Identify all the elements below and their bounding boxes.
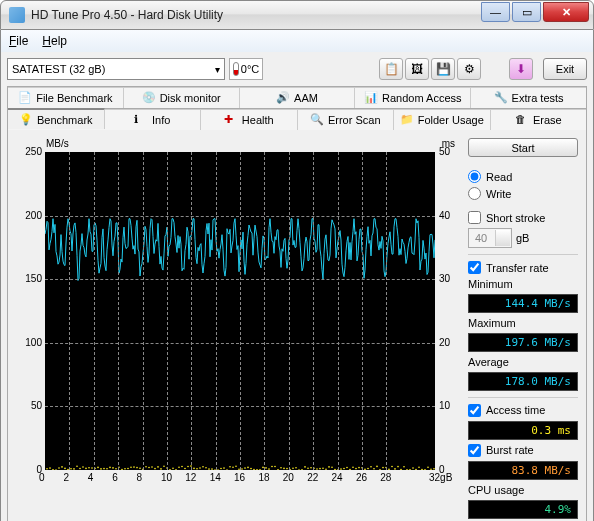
svg-point-98 [340,468,342,470]
side-panel: Start Read Write Short stroke 40 gB Tran… [468,138,578,519]
chart-plot-area [45,152,435,470]
drive-select[interactable]: SATATEST (32 gB) [7,58,225,80]
menu-help[interactable]: Help [42,34,67,48]
aam-icon: 🔊 [276,91,290,105]
minimize-button[interactable]: — [481,2,510,22]
extra-tests-icon: 🔧 [494,91,508,105]
svg-point-22 [112,467,114,469]
read-radio[interactable] [468,170,481,183]
svg-point-27 [127,468,129,470]
burst-rate-row[interactable]: Burst rate [468,444,578,457]
svg-point-68 [250,468,252,470]
write-radio[interactable] [468,187,481,200]
svg-point-3 [55,469,57,470]
svg-point-13 [85,468,87,470]
svg-point-5 [61,466,63,468]
svg-point-91 [319,468,321,470]
tab-file-benchmark[interactable]: 📄File Benchmark [8,87,124,108]
copy-screenshot-button[interactable]: 🖼 [405,58,429,80]
svg-point-83 [295,467,297,469]
tab-erase[interactable]: 🗑Erase [491,109,587,130]
menubar: File Help [0,30,594,52]
svg-point-88 [310,467,312,469]
menu-file[interactable]: File [9,34,28,48]
svg-point-128 [430,468,432,470]
tab-info[interactable]: ℹInfo [105,109,202,130]
svg-point-129 [433,468,435,470]
svg-point-104 [358,467,360,469]
svg-point-29 [133,466,135,468]
svg-point-96 [334,469,336,470]
short-stroke-label: Short stroke [486,212,545,224]
svg-point-63 [235,465,237,467]
svg-point-2 [52,469,54,470]
svg-point-58 [220,468,222,470]
tab-error-scan[interactable]: 🔍Error Scan [298,109,395,130]
svg-point-119 [403,466,405,468]
exit-button[interactable]: Exit [543,58,587,80]
tab-benchmark[interactable]: 💡Benchmark [8,108,105,129]
svg-point-87 [307,467,309,469]
transfer-rate-label: Transfer rate [486,262,549,274]
svg-point-114 [388,469,390,471]
options-button[interactable]: ⚙ [457,58,481,80]
svg-point-61 [229,466,231,468]
save-button[interactable]: 💾 [431,58,455,80]
svg-point-66 [244,467,246,469]
svg-point-8 [70,468,72,470]
svg-point-116 [394,468,396,470]
svg-point-39 [163,466,165,468]
burst-rate-checkbox[interactable] [468,444,481,457]
svg-point-107 [367,468,369,470]
svg-point-28 [130,466,132,468]
short-stroke-value[interactable]: 40 [468,228,512,248]
svg-point-103 [355,468,357,470]
read-radio-row[interactable]: Read [468,170,578,183]
svg-point-38 [160,468,162,470]
write-label: Write [486,188,511,200]
health-icon: ✚ [224,113,238,127]
svg-point-127 [427,466,429,468]
svg-point-54 [208,468,210,470]
access-time-value: 0.3 ms [468,421,578,440]
short-stroke-row[interactable]: Short stroke [468,211,578,224]
tab-random-access[interactable]: 📊Random Access [355,87,471,108]
svg-point-125 [421,469,423,470]
svg-point-102 [352,467,354,469]
tab-folder-usage[interactable]: 📁Folder Usage [394,109,491,130]
svg-point-41 [169,469,171,470]
svg-point-55 [211,468,213,470]
svg-point-6 [64,468,66,470]
app-icon [9,7,25,23]
tab-disk-monitor[interactable]: 💿Disk monitor [124,87,240,108]
tab-health[interactable]: ✚Health [201,109,298,130]
write-radio-row[interactable]: Write [468,187,578,200]
maximize-button[interactable]: ▭ [512,2,541,22]
tab-extra-tests[interactable]: 🔧Extra tests [471,87,586,108]
copy-info-button[interactable]: 📋 [379,58,403,80]
svg-point-75 [271,466,273,468]
disk-monitor-icon: 💿 [142,91,156,105]
window-titlebar: HD Tune Pro 4.50 - Hard Disk Utility — ▭ [0,0,594,30]
short-stroke-checkbox[interactable] [468,211,481,224]
tabs-row-1: 📄File Benchmark 💿Disk monitor 🔊AAM 📊Rand… [7,86,587,108]
svg-point-15 [91,467,93,469]
svg-point-74 [268,468,270,470]
svg-point-49 [193,468,195,470]
transfer-rate-row[interactable]: Transfer rate [468,261,578,274]
close-button[interactable] [543,2,589,22]
svg-point-120 [406,469,408,470]
transfer-rate-checkbox[interactable] [468,261,481,274]
svg-point-45 [181,466,183,468]
access-time-row[interactable]: Access time [468,404,578,417]
file-benchmark-icon: 📄 [18,91,32,105]
svg-point-106 [364,469,366,470]
tab-aam[interactable]: 🔊AAM [240,87,356,108]
svg-point-84 [298,469,300,470]
start-button[interactable]: Start [468,138,578,157]
window-title: HD Tune Pro 4.50 - Hard Disk Utility [31,8,223,22]
svg-point-95 [331,466,333,468]
access-time-checkbox[interactable] [468,404,481,417]
svg-point-47 [187,466,189,468]
download-button[interactable]: ⬇ [509,58,533,80]
